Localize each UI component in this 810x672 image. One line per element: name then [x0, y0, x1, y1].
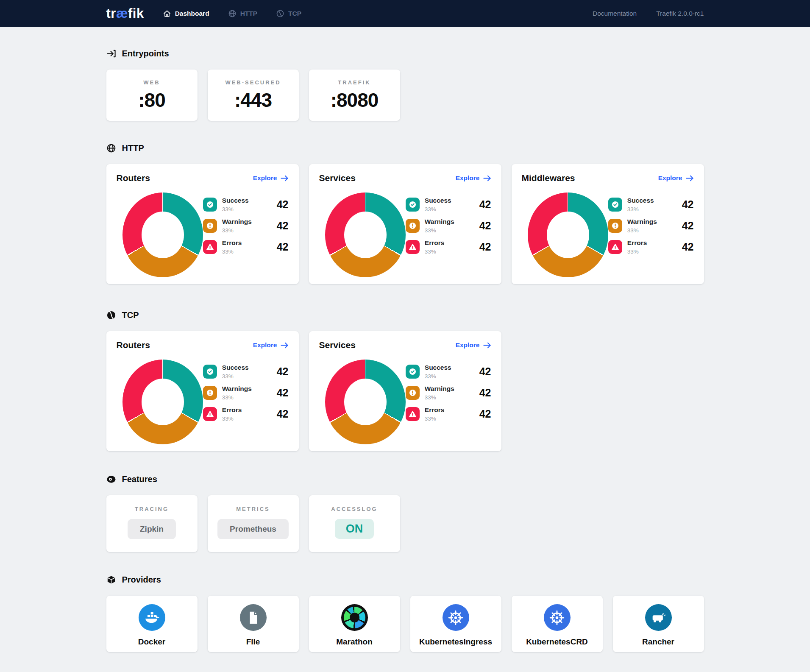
stat-errors: Errors33% 42 — [608, 239, 694, 255]
explore-link[interactable]: Explore — [658, 174, 694, 182]
stat-value: 42 — [277, 387, 289, 399]
nav-item-dashboard[interactable]: Dashboard — [163, 9, 209, 18]
provider-name: Rancher — [642, 637, 674, 647]
providers-section-header: Providers — [106, 575, 704, 585]
error-triangle-icon — [406, 240, 420, 254]
provider-card-marathon: Marathon — [309, 596, 400, 652]
section-title-http: HTTP — [122, 143, 144, 153]
stat-percent: 33% — [222, 415, 234, 422]
stat-success: Success33% 42 — [406, 363, 491, 380]
provider-card-docker: Docker — [106, 596, 198, 652]
stat-warnings: Warnings33% 42 — [203, 217, 289, 234]
explore-label: Explore — [456, 341, 480, 349]
status-donut-chart — [122, 192, 203, 277]
error-triangle-icon — [203, 240, 217, 254]
entrypoint-label: WEB — [106, 79, 198, 86]
warning-circle-icon — [203, 219, 217, 233]
feature-on-pill: ON — [335, 519, 374, 539]
stat-success: Success33% 42 — [406, 196, 491, 213]
logo-text: fik — [128, 6, 144, 21]
entrypoint-port: :443 — [208, 89, 299, 112]
provider-name: Marathon — [336, 637, 373, 647]
error-triangle-icon — [406, 407, 420, 421]
docker-icon — [139, 604, 165, 631]
stat-percent: 33% — [425, 415, 436, 422]
explore-link[interactable]: Explore — [253, 341, 289, 349]
card-title: Services — [319, 173, 356, 183]
stat-percent: 33% — [627, 248, 639, 255]
provider-card-rancher: Rancher — [613, 596, 704, 652]
status-donut-chart — [528, 192, 608, 277]
provider-name: KubernetesCRD — [526, 637, 588, 647]
warning-circle-icon — [406, 219, 420, 233]
feature-label: METRICS — [208, 506, 299, 512]
nav-item-tcp[interactable]: TCP — [276, 9, 301, 18]
section-title-features: Features — [122, 474, 157, 484]
globe-icon — [228, 9, 237, 18]
stat-value: 42 — [682, 220, 694, 232]
stat-value: 42 — [479, 220, 491, 232]
stat-percent: 33% — [222, 373, 234, 379]
stat-value: 42 — [277, 241, 289, 253]
explore-label: Explore — [456, 174, 480, 182]
section-title-tcp: TCP — [122, 310, 139, 320]
feature-label: ACCESSLOG — [309, 506, 400, 512]
stat-percent: 33% — [222, 227, 234, 234]
status-donut-chart — [122, 360, 203, 444]
http-cards-row: Routers Explore Success33% 42 Warn — [106, 164, 704, 284]
stat-label: Warnings — [222, 385, 252, 392]
success-check-icon — [203, 198, 217, 212]
explore-label: Explore — [658, 174, 682, 182]
nav-item-label: TCP — [288, 10, 301, 17]
stat-value: 42 — [479, 365, 491, 378]
tcp-routers-card: Routers Explore Success33% 42 Warn — [106, 331, 299, 451]
nav-item-http[interactable]: HTTP — [228, 9, 257, 18]
http-section-header: HTTP — [106, 143, 704, 153]
nav-item-label: HTTP — [240, 10, 257, 17]
explore-link[interactable]: Explore — [456, 174, 491, 182]
arrow-right-icon — [686, 175, 694, 181]
stat-warnings: Warnings33% 42 — [608, 217, 694, 234]
feature-value-pill: Zipkin — [128, 519, 176, 539]
stat-percent: 33% — [425, 248, 436, 255]
tcp-section-header: TCP — [106, 310, 704, 320]
traefik-logo[interactable]: træfik — [106, 6, 144, 21]
provider-card-kubernetes-crd: KubernetesCRD — [512, 596, 603, 652]
card-title: Routers — [117, 340, 150, 350]
arrow-right-icon — [281, 175, 289, 181]
stat-value: 42 — [479, 241, 491, 253]
stat-percent: 33% — [627, 206, 639, 212]
marathon-icon — [341, 604, 368, 631]
stat-label: Warnings — [425, 218, 454, 225]
explore-link[interactable]: Explore — [253, 174, 289, 182]
provider-name: File — [246, 637, 260, 647]
stat-percent: 33% — [222, 394, 234, 401]
stat-success: Success33% 42 — [203, 196, 289, 213]
entrypoint-card-web: WEB :80 — [106, 70, 198, 121]
arrow-right-icon — [281, 342, 289, 349]
entrypoint-port: :8080 — [309, 89, 400, 112]
stat-percent: 33% — [222, 248, 234, 255]
stat-label: Errors — [222, 239, 242, 246]
documentation-link[interactable]: Documentation — [593, 10, 637, 17]
http-routers-card: Routers Explore Success33% 42 Warn — [106, 164, 299, 284]
stat-value: 42 — [277, 198, 289, 211]
arrow-right-icon — [483, 342, 491, 349]
stat-value: 42 — [479, 198, 491, 211]
stat-percent: 33% — [425, 394, 436, 401]
providers-row: Docker File Marathon KubernetesIngress K — [106, 596, 704, 652]
stat-warnings: Warnings33% 42 — [406, 385, 491, 401]
provider-name: Docker — [138, 637, 165, 647]
globe-icon — [106, 143, 116, 153]
feature-label: TRACING — [106, 506, 198, 512]
section-title-providers: Providers — [122, 575, 161, 585]
version-label: Traefik 2.0.0-rc1 — [656, 10, 704, 17]
stat-warnings: Warnings33% 42 — [406, 217, 491, 234]
logo-ae: æ — [116, 6, 128, 21]
stat-value: 42 — [682, 198, 694, 211]
success-check-icon — [406, 365, 420, 379]
stat-percent: 33% — [425, 227, 436, 234]
explore-link[interactable]: Explore — [456, 341, 491, 349]
stat-errors: Errors33% 42 — [203, 239, 289, 255]
success-check-icon — [203, 365, 217, 379]
